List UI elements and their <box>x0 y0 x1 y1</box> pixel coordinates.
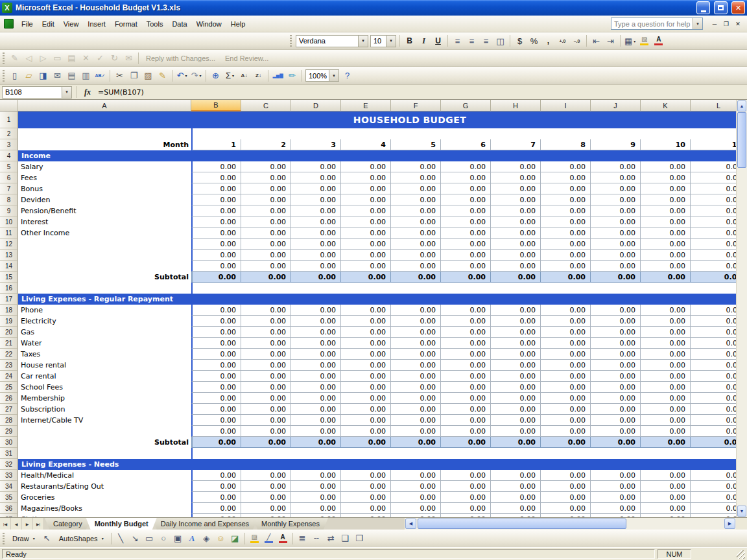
label-cell[interactable]: Interest <box>18 216 191 228</box>
row-header-14[interactable]: 14 <box>0 261 18 272</box>
label-cell[interactable] <box>18 250 191 261</box>
value-cell[interactable]: 0.00 <box>341 514 391 517</box>
toolbar-grip[interactable] <box>3 70 5 82</box>
font-color-icon[interactable]: A <box>652 34 665 48</box>
value-cell[interactable]: 0.00 <box>191 228 241 239</box>
value-cell[interactable]: 0.00 <box>491 228 541 239</box>
label-cell[interactable]: Subtotal <box>18 437 191 448</box>
value-cell[interactable]: 0.00 <box>191 481 241 492</box>
redo-icon[interactable]: ↷▾ <box>189 69 203 82</box>
rectangle-icon[interactable]: ▭ <box>143 531 156 545</box>
menu-data[interactable]: Data <box>167 18 191 30</box>
value-cell[interactable]: 0.00 <box>291 492 341 503</box>
value-cell[interactable]: 0.00 <box>441 415 491 426</box>
label-cell[interactable]: School Fees <box>18 382 191 393</box>
value-cell[interactable]: 0.00 <box>291 404 341 415</box>
value-cell[interactable]: 0.00 <box>491 239 541 250</box>
value-cell[interactable]: 0.00 <box>441 194 491 205</box>
value-cell[interactable]: 0.00 <box>291 426 341 437</box>
sheet-tab-daily-income-and-expenses[interactable]: Daily Income and Expenses <box>152 518 257 530</box>
create-outlook-task-icon[interactable]: ✓ <box>93 51 107 65</box>
value-cell[interactable]: 0.00 <box>591 514 641 517</box>
value-cell[interactable]: 0.00 <box>391 183 441 194</box>
value-cell[interactable]: 0.00 <box>191 338 241 349</box>
value-cell[interactable]: 0.00 <box>541 437 591 448</box>
row-header-34[interactable]: 34 <box>0 481 18 492</box>
sheet-tab-monthly-expenses[interactable]: Monthly Expenses <box>253 518 328 530</box>
value-cell[interactable]: 0.00 <box>291 205 341 216</box>
value-cell[interactable]: 0.00 <box>591 261 641 272</box>
borders-icon[interactable]: ▦▾ <box>623 34 637 48</box>
value-cell[interactable]: 0.00 <box>341 327 391 338</box>
value-cell[interactable]: 0.00 <box>541 205 591 216</box>
horizontal-scroll-thumb[interactable] <box>418 519 626 529</box>
label-cell[interactable]: Membership <box>18 393 191 404</box>
undo-icon[interactable]: ↶▾ <box>175 69 189 82</box>
value-cell[interactable]: 0.00 <box>341 371 391 382</box>
value-cell[interactable]: 0.00 <box>641 327 691 338</box>
value-cell[interactable]: 0.00 <box>491 205 541 216</box>
value-cell[interactable]: 0.00 <box>591 194 641 205</box>
new-document-icon[interactable]: ▯ <box>8 69 21 82</box>
scroll-left-icon[interactable]: ◀ <box>405 519 416 529</box>
value-cell[interactable]: 0.00 <box>591 481 641 492</box>
value-cell[interactable]: 0.00 <box>341 393 391 404</box>
value-cell[interactable]: 10 <box>641 139 691 150</box>
value-cell[interactable]: 0.00 <box>641 437 691 448</box>
dash-style-icon[interactable]: ╌ <box>310 531 324 545</box>
value-cell[interactable]: 0.00 <box>591 426 641 437</box>
column-header-f[interactable]: F <box>391 100 441 111</box>
menu-window[interactable]: Window <box>192 18 226 30</box>
row-header-3[interactable]: 3 <box>0 139 18 150</box>
row-header-26[interactable]: 26 <box>0 393 18 404</box>
column-header-k[interactable]: K <box>641 100 691 111</box>
question-box[interactable]: Type a question for help ▾ <box>611 18 703 30</box>
label-cell[interactable]: Pension/Benefit <box>18 205 191 216</box>
value-cell[interactable]: 0.00 <box>491 415 541 426</box>
value-cell[interactable]: 0.00 <box>491 194 541 205</box>
value-cell[interactable]: 0.00 <box>441 360 491 371</box>
column-header-a[interactable]: A <box>18 100 191 111</box>
label-cell[interactable]: Salary <box>18 161 191 172</box>
value-cell[interactable]: 0.00 <box>591 382 641 393</box>
row-header-27[interactable]: 27 <box>0 404 18 415</box>
value-cell[interactable]: 0.00 <box>341 194 391 205</box>
value-cell[interactable]: 0.00 <box>541 183 591 194</box>
row-header-11[interactable]: 11 <box>0 228 18 239</box>
increase-indent-icon[interactable]: ⇥ <box>604 34 617 48</box>
value-cell[interactable]: 0.00 <box>291 503 341 514</box>
row-header-24[interactable]: 24 <box>0 371 18 382</box>
value-cell[interactable]: 0.00 <box>541 216 591 228</box>
label-cell[interactable] <box>18 283 191 294</box>
show-all-comments-icon[interactable]: ▤ <box>65 51 78 65</box>
value-cell[interactable]: 0.00 <box>441 272 491 283</box>
row-header-32[interactable]: 32 <box>0 459 18 470</box>
row-header-30[interactable]: 30 <box>0 437 18 448</box>
value-cell[interactable]: 0.00 <box>391 194 441 205</box>
value-cell[interactable]: 0.00 <box>391 514 441 517</box>
value-cell[interactable]: 0.00 <box>191 514 241 517</box>
insert-function-icon[interactable]: fx <box>81 88 94 97</box>
value-cell[interactable]: 0.00 <box>191 382 241 393</box>
row-header-9[interactable]: 9 <box>0 205 18 216</box>
send-to-mail-recipient-icon[interactable]: ✉ <box>122 51 136 65</box>
value-cell[interactable]: 0.00 <box>591 503 641 514</box>
value-cell[interactable]: 0.00 <box>541 382 591 393</box>
value-cell[interactable]: 0.00 <box>241 492 291 503</box>
value-cell[interactable]: 0.00 <box>241 183 291 194</box>
value-cell[interactable]: 0.00 <box>241 216 291 228</box>
sort-ascending-icon[interactable]: A↓ <box>237 69 251 82</box>
copy-icon[interactable]: ❐ <box>127 69 141 82</box>
value-cell[interactable]: 0.00 <box>341 503 391 514</box>
value-cell[interactable]: 0.00 <box>191 194 241 205</box>
bold-icon[interactable]: B <box>403 34 416 48</box>
value-cell[interactable]: 0.00 <box>191 183 241 194</box>
row-header-20[interactable]: 20 <box>0 327 18 338</box>
value-cell[interactable]: 0.00 <box>341 360 391 371</box>
show-comment-icon[interactable]: ▭ <box>51 51 64 65</box>
column-header-c[interactable]: C <box>241 100 291 111</box>
value-cell[interactable]: 0.00 <box>641 250 691 261</box>
autosum-icon[interactable]: Σ▾ <box>223 69 237 82</box>
label-cell[interactable]: Month <box>18 139 191 150</box>
value-cell[interactable]: 0.00 <box>491 261 541 272</box>
